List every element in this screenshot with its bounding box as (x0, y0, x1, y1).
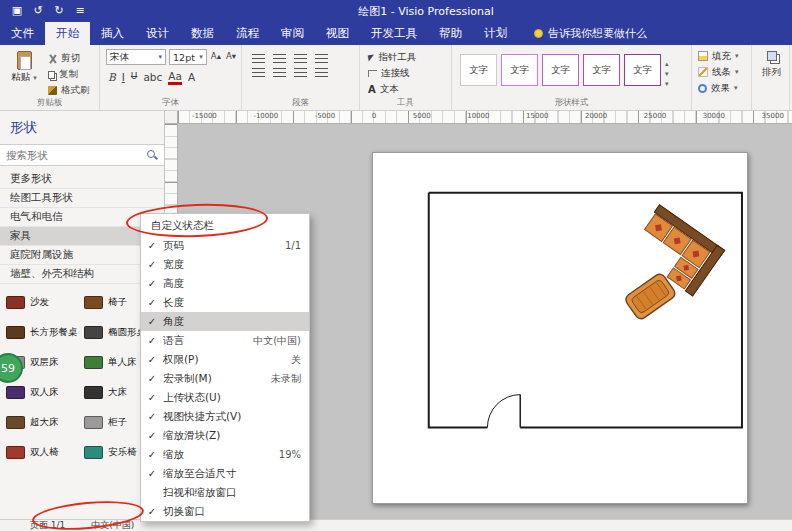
context-menu-item[interactable]: ✓ 宏录制(M) 未录制 (141, 369, 309, 388)
line-spacing-icon[interactable] (315, 68, 328, 77)
ribbon-tab[interactable]: 开始 (45, 22, 90, 45)
ribbon-tab[interactable]: 帮助 (428, 22, 473, 45)
context-menu-item[interactable]: ✓ 缩放至合适尺寸 (141, 464, 309, 483)
status-page-indicator[interactable]: 页面 1/1 (30, 519, 65, 531)
gallery-more-icon[interactable]: ▾ (665, 80, 669, 88)
shape-master-icon (6, 326, 25, 339)
outdent-icon[interactable] (294, 68, 307, 77)
ribbon-tab[interactable]: 流程 (225, 22, 270, 45)
shape-master-item[interactable]: 双人椅 (6, 446, 84, 459)
shape-styles-group-label: 形状样式 (452, 97, 691, 109)
stencil-item[interactable]: 更多形状 (0, 170, 164, 189)
shrink-font-button[interactable]: A▾ (225, 49, 237, 65)
cut-button[interactable]: 剪切 (46, 51, 92, 67)
copy-button[interactable]: 复制 (46, 67, 92, 83)
shape-style-tile[interactable]: 文字 (583, 54, 620, 86)
customize-qat-icon[interactable]: ≡ (71, 2, 89, 20)
corner-sofa-shape[interactable] (627, 205, 724, 296)
gallery-down-icon[interactable]: ▾ (665, 70, 669, 78)
ribbon-tab[interactable]: 设计 (135, 22, 180, 45)
pointer-tool-button[interactable]: ◤ 指针工具 (368, 49, 447, 65)
tell-me-box[interactable]: 告诉我你想要做什么 (534, 22, 647, 45)
justify-icon[interactable] (315, 54, 328, 63)
redo-icon[interactable]: ↻ (50, 2, 68, 20)
undo-icon[interactable]: ↺ (29, 2, 47, 20)
font-style-button[interactable]: A (188, 71, 195, 85)
search-icon[interactable] (147, 150, 158, 161)
effects-button[interactable]: 效果 ▾ (698, 80, 747, 96)
context-menu-item[interactable]: ✓ 缩放 19% (141, 445, 309, 464)
context-menu-item[interactable]: ✓ 长度 (141, 293, 309, 312)
room-outline-shape[interactable] (429, 193, 742, 428)
context-menu-item[interactable]: ✓ 上传状态(U) (141, 388, 309, 407)
paste-button[interactable]: 粘贴 ▾ (6, 49, 42, 98)
text-tool-button[interactable]: A 文本 (368, 81, 447, 97)
shape-search-input[interactable] (6, 149, 143, 161)
ribbon-tab[interactable]: 插入 (90, 22, 135, 45)
align-center-icon[interactable] (273, 54, 286, 63)
font-style-button[interactable]: U (131, 71, 138, 85)
check-icon: ✓ (141, 506, 163, 517)
context-menu-item[interactable]: ✓ 角度 (141, 312, 309, 331)
shape-master-item[interactable]: 沙发 (6, 296, 84, 309)
context-menu-item[interactable]: ✓ 缩放滑块(Z) (141, 426, 309, 445)
door-shape[interactable] (487, 395, 520, 428)
shape-master-item[interactable]: 双人床 (6, 386, 84, 399)
font-style-button[interactable]: B (108, 71, 116, 85)
lightbulb-icon (534, 29, 543, 38)
scissors-icon (48, 54, 57, 63)
shape-master-item[interactable]: 超大床 (6, 416, 84, 429)
font-style-button[interactable]: abc (143, 71, 162, 85)
grow-font-button[interactable]: A▴ (210, 49, 222, 65)
indent-icon[interactable] (273, 68, 286, 77)
gallery-up-icon[interactable]: ▴ (665, 60, 669, 68)
context-menu-item[interactable]: ✓ 页码 1/1 (141, 236, 309, 255)
rug-shape[interactable] (624, 272, 677, 321)
stencil-item[interactable]: 绘图工具形状 (0, 189, 164, 208)
context-menu-item[interactable]: ✓ 权限(P) 关 (141, 350, 309, 369)
brush-icon (48, 86, 57, 95)
shape-style-tile[interactable]: 文字 (624, 54, 661, 86)
context-menu-item[interactable]: ✓ 高度 (141, 274, 309, 293)
connector-tool-button[interactable]: 连接线 (368, 65, 447, 81)
context-menu-item[interactable]: ✓ 扫视和缩放窗口 (141, 483, 309, 502)
tab-file[interactable]: 文件 (0, 22, 45, 45)
line-button[interactable]: 线条 ▾ (698, 64, 747, 80)
ruler-label: -5000 (315, 112, 335, 123)
save-icon[interactable]: ▣ (8, 2, 26, 20)
font-size-select[interactable]: 12pt ▾ (169, 49, 207, 65)
ribbon-tab[interactable]: 数据 (180, 22, 225, 45)
shape-style-tile[interactable]: 文字 (460, 54, 497, 86)
shape-search-box (0, 144, 164, 166)
font-style-button[interactable]: I (122, 71, 125, 85)
fill-button[interactable]: 填充 ▾ (698, 48, 747, 64)
ribbon-tab[interactable]: 审阅 (270, 22, 315, 45)
font-style-button[interactable]: Aa (168, 71, 182, 85)
paragraph-group: 段落 (242, 45, 360, 110)
context-menu-item[interactable]: ✓ 语言 中文(中国) (141, 331, 309, 350)
ribbon-tab[interactable]: 视图 (315, 22, 360, 45)
connector-icon (368, 70, 377, 77)
align-left-icon[interactable] (252, 54, 265, 63)
shape-style-tile[interactable]: 文字 (501, 54, 538, 86)
shape-master-item[interactable]: 长方形餐桌 (6, 326, 84, 339)
shape-style-tile[interactable]: 文字 (542, 54, 579, 86)
bullets-icon[interactable] (252, 68, 265, 77)
context-menu-item[interactable]: ✓ 切换窗口 (141, 502, 309, 521)
context-menu-item[interactable]: ✓ 宽度 (141, 255, 309, 274)
context-menu-item[interactable]: ✓ 视图快捷方式(V) (141, 407, 309, 426)
ribbon-tab[interactable]: 开发工具 (360, 22, 428, 45)
align-right-icon[interactable] (294, 54, 307, 63)
ribbon-tab[interactable]: 计划 (473, 22, 518, 45)
shape-master-icon (84, 386, 103, 399)
drawing-page[interactable] (372, 152, 748, 504)
shape-master-icon (84, 416, 103, 429)
status-language[interactable]: 中文(中国) (91, 519, 134, 531)
format-painter-button[interactable]: 格式刷 (46, 82, 92, 98)
ruler-label: 15000 (526, 112, 548, 123)
arrange-button[interactable]: 排列 (752, 45, 790, 110)
font-family-select[interactable]: 宋体 ▾ (106, 49, 166, 65)
ruler-label: 35000 (762, 112, 784, 123)
ruler-label: 10000 (467, 112, 489, 123)
main-area: 形状 更多形状 绘图工具形状 电气和电信 家具 庭院附属设施 墙壁、外壳和结构 (0, 111, 792, 519)
